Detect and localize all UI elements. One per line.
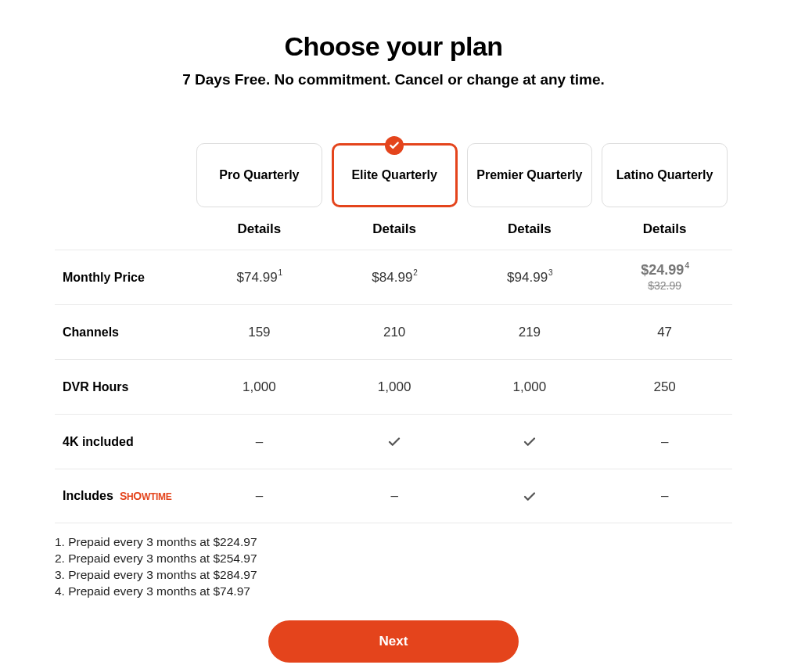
dash-icon: – (327, 488, 462, 504)
cell-value: 1,000 (327, 379, 462, 395)
row-label: DVR Hours (55, 380, 192, 394)
row-label: Includes SHOWTIME (55, 489, 192, 503)
row-channels: Channels 159 210 219 47 (55, 304, 732, 359)
selected-check-icon (385, 136, 404, 155)
plan-tab-label: Premier Quarterly (476, 168, 582, 182)
plan-tab-premier[interactable]: Premier Quarterly (467, 143, 593, 207)
cell-price: $94.993 (462, 270, 598, 286)
check-icon (462, 434, 598, 450)
cell-value: 47 (597, 325, 732, 340)
plan-tab-elite[interactable]: Elite Quarterly (332, 143, 458, 207)
dash-icon: – (192, 434, 327, 450)
dash-icon: – (597, 434, 732, 450)
cell-price: $84.992 (327, 270, 462, 286)
cell-value: 1,000 (192, 379, 327, 395)
dash-icon: – (192, 488, 327, 504)
plan-tab-label: Pro Quarterly (219, 168, 299, 182)
dash-icon: – (597, 488, 732, 504)
showtime-logo-icon: SHOWTIME (120, 491, 172, 501)
row-dvr-hours: DVR Hours 1,000 1,000 1,000 250 (55, 359, 732, 414)
row-label: 4K included (55, 435, 192, 449)
cell-value: 250 (597, 379, 732, 395)
footnote: 3. Prepaid every 3 months at $284.97 (55, 567, 732, 584)
row-includes-showtime: Includes SHOWTIME – – – (55, 469, 732, 523)
details-label: Details (597, 221, 732, 237)
page-subtitle: 7 Days Free. No commitment. Cancel or ch… (55, 71, 732, 88)
footnote: 4. Prepaid every 3 months at $74.97 (55, 584, 732, 600)
details-row: Details Details Details Details (55, 221, 732, 237)
cell-value: 159 (192, 325, 327, 340)
cell-price-discount: $24.994 $32.99 (597, 262, 732, 292)
cell-value: 210 (327, 325, 462, 340)
footnote: 1. Prepaid every 3 months at $224.97 (55, 534, 732, 551)
check-icon (462, 488, 598, 504)
next-button[interactable]: Next (268, 620, 519, 663)
plan-tab-pro[interactable]: Pro Quarterly (196, 143, 322, 207)
cell-value: 219 (462, 325, 598, 340)
row-monthly-price: Monthly Price $74.991 $84.992 $94.993 $2… (55, 250, 732, 304)
row-4k-included: 4K included – – (55, 414, 732, 469)
footnote: 2. Prepaid every 3 months at $254.97 (55, 551, 732, 567)
row-label: Channels (55, 325, 192, 340)
check-icon (327, 434, 462, 450)
details-label: Details (462, 221, 598, 237)
page-title: Choose your plan (55, 31, 732, 62)
footnotes: 1. Prepaid every 3 months at $224.97 2. … (55, 534, 732, 600)
details-label: Details (327, 221, 462, 237)
plan-tab-latino[interactable]: Latino Quarterly (602, 143, 728, 207)
plan-tab-label: Elite Quarterly (351, 168, 437, 182)
plan-tab-label: Latino Quarterly (616, 168, 713, 182)
row-label: Monthly Price (55, 271, 192, 285)
details-label: Details (192, 221, 327, 237)
cell-price: $74.991 (192, 270, 327, 286)
cell-value: 1,000 (462, 379, 598, 395)
plan-tabs-row: Pro Quarterly Elite Quarterly Premier Qu… (55, 143, 732, 207)
plan-table: Pro Quarterly Elite Quarterly Premier Qu… (55, 143, 732, 523)
